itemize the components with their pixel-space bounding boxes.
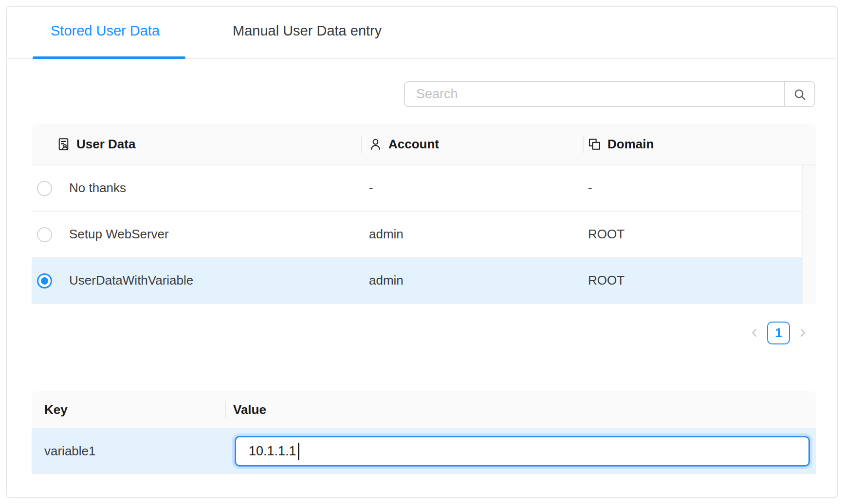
column-header-key: Key — [44, 391, 68, 428]
header-separator — [225, 401, 226, 418]
active-tab-indicator — [33, 56, 185, 59]
column-label-user-data: User Data — [76, 124, 135, 164]
search-icon — [793, 88, 807, 101]
column-label-domain: Domain — [607, 124, 654, 164]
search-button[interactable] — [784, 82, 814, 106]
radio-button[interactable] — [37, 227, 52, 242]
domain-icon — [588, 138, 601, 151]
cell-account: admin — [369, 212, 404, 257]
variables-table: Key Value variable1 10.1.1.1 — [32, 391, 816, 474]
column-header-user-data: User Data — [57, 124, 135, 164]
text-cursor — [298, 443, 299, 460]
tab-manual-user-data-entry[interactable]: Manual User Data entry — [233, 23, 382, 39]
column-header-domain: Domain — [588, 124, 654, 164]
cell-domain: ROOT — [588, 212, 624, 257]
scrollbar-gutter[interactable] — [802, 165, 816, 304]
cell-user-data: Setup WebServer — [69, 212, 169, 257]
table-row-no-thanks[interactable]: No thanks - - — [32, 165, 802, 212]
chevron-right-icon — [797, 327, 808, 338]
pagination-prev-button[interactable] — [749, 327, 760, 339]
variable-value-input[interactable]: 10.1.1.1 — [235, 436, 810, 467]
variable-key-label: variable1 — [44, 428, 96, 474]
table-header: User Data Account — [32, 124, 816, 165]
variables-table-header: Key Value — [32, 391, 816, 428]
cell-user-data: No thanks — [69, 165, 126, 211]
screen: Stored User Data Manual User Data entry — [0, 0, 844, 504]
user-data-panel: Stored User Data Manual User Data entry — [6, 6, 838, 498]
cell-account: - — [369, 165, 373, 211]
radio-button[interactable] — [37, 273, 52, 288]
account-icon — [369, 138, 382, 151]
header-separator — [583, 136, 584, 153]
cell-account: admin — [369, 258, 404, 303]
column-label-account: Account — [388, 124, 439, 164]
variable-row: variable1 10.1.1.1 — [32, 428, 816, 474]
pagination: 1 — [749, 321, 808, 344]
table-row-setup-webserver[interactable]: Setup WebServer admin ROOT — [32, 212, 802, 258]
chevron-left-icon — [749, 327, 760, 338]
cell-domain: ROOT — [588, 258, 624, 303]
pagination-page-1[interactable]: 1 — [767, 322, 790, 344]
header-separator — [361, 136, 362, 153]
radio-button[interactable] — [37, 181, 52, 196]
table-row-userdatawithvariable[interactable]: UserDataWithVariable admin ROOT — [32, 258, 802, 304]
stored-user-data-table: User Data Account — [32, 124, 816, 304]
pagination-next-button[interactable] — [797, 327, 808, 339]
column-header-value: Value — [233, 391, 266, 428]
cell-domain: - — [588, 165, 592, 211]
column-header-account: Account — [369, 124, 439, 164]
tab-stored-user-data[interactable]: Stored User Data — [51, 23, 160, 39]
user-data-icon — [57, 138, 70, 151]
search-input[interactable] — [405, 82, 784, 106]
search-box — [404, 81, 815, 107]
cell-user-data: UserDataWithVariable — [69, 258, 193, 303]
table-body: No thanks - - Setup WebServer admin ROOT… — [32, 165, 816, 304]
variable-value-text: 10.1.1.1 — [249, 444, 296, 459]
